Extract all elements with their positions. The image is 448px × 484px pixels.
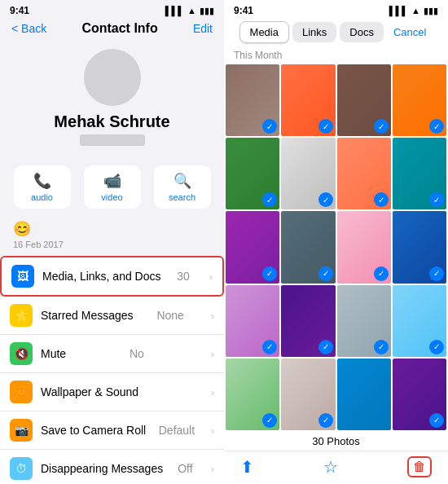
photo-cell[interactable]: ✓ <box>337 64 391 136</box>
left-status-bar: 9:41 ▌▌▌ ▲ ▮▮▮ <box>0 0 224 18</box>
photo-cell[interactable]: ✓ <box>281 211 335 283</box>
check-badge: ✓ <box>262 266 277 281</box>
media-links-docs-item[interactable]: 🖼 Media, Links, and Docs 30 › <box>0 256 224 297</box>
camera-value: Default <box>159 424 195 437</box>
photo-cell[interactable]: ✓ <box>393 285 446 357</box>
camera-icon: 📷 <box>10 419 33 442</box>
video-button[interactable]: 📹 video <box>84 165 141 209</box>
search-label: search <box>169 192 195 202</box>
photo-cell[interactable]: ✓ <box>393 138 446 209</box>
star-button[interactable]: ☆ <box>323 457 338 477</box>
camera-label: Save to Camera Roll <box>41 424 146 437</box>
wallpaper-chevron: › <box>211 386 214 398</box>
check-badge: ✓ <box>374 266 389 281</box>
tab-docs[interactable]: Docs <box>340 22 384 42</box>
check-badge: ✓ <box>318 340 333 354</box>
photo-cell[interactable]: ✓ <box>393 211 446 283</box>
action-buttons: 📞 audio 📹 video 🔍 search <box>0 159 224 215</box>
photo-cell[interactable]: ✓ <box>226 285 279 357</box>
bottom-action-bar: ⬆ ☆ 🗑 <box>224 451 448 484</box>
search-button[interactable]: 🔍 search <box>154 165 211 209</box>
tab-links[interactable]: Links <box>292 22 336 42</box>
tab-bar: Media Links Docs Cancel <box>224 18 448 48</box>
right-panel: 9:41 ▌▌▌ ▲ ▮▮▮ Media Links Docs Cancel T… <box>224 0 448 484</box>
camera-roll-item[interactable]: 📷 Save to Camera Roll Default › <box>0 411 224 450</box>
check-badge: ✓ <box>318 192 333 207</box>
mute-chevron: › <box>211 348 214 360</box>
photo-cell[interactable]: ✓ <box>281 64 335 136</box>
check-badge: ✓ <box>374 340 389 354</box>
check-badge: ✓ <box>318 119 333 134</box>
disappearing-messages-item[interactable]: ⏱ Disappearing Messages Off › <box>0 450 224 484</box>
right-time: 9:41 <box>234 5 253 16</box>
check-badge: ✓ <box>429 413 444 428</box>
check-badge: ✓ <box>318 413 333 428</box>
right-signal-icon: ▌▌▌ <box>389 6 408 15</box>
contact-name: Mehak Schrute <box>54 112 169 131</box>
media-label: Media, Links, and Docs <box>42 270 161 283</box>
starred-messages-item[interactable]: ⭐ Starred Messages None › <box>0 297 224 335</box>
check-badge: ✓ <box>374 119 389 134</box>
wallpaper-icon: 🔆 <box>10 381 33 403</box>
tab-media[interactable]: Media <box>239 21 289 43</box>
photo-cell[interactable] <box>337 359 391 430</box>
right-status-bar: 9:41 ▌▌▌ ▲ ▮▮▮ <box>224 0 448 18</box>
wallpaper-item[interactable]: 🔆 Wallpaper & Sound › <box>0 373 224 411</box>
audio-button[interactable]: 📞 audio <box>14 165 71 209</box>
right-battery-icon: ▮▮▮ <box>424 6 438 16</box>
starred-icon: ⭐ <box>10 304 33 327</box>
check-badge: ✓ <box>429 340 444 354</box>
right-status-icons: ▌▌▌ ▲ ▮▮▮ <box>389 6 438 16</box>
audio-label: audio <box>31 192 53 202</box>
photos-count: 30 Photos <box>224 430 448 451</box>
signal-icon: ▌▌▌ <box>165 6 184 15</box>
starred-label: Starred Messages <box>41 309 134 322</box>
photo-grid: ✓ ✓ ✓ ✓ ✓ ✓ ✓ ✓ ✓ ✓ ✓ ✓ ✓ ✓ ✓ ✓ ✓ ✓ ✓ <box>224 64 448 430</box>
disappearing-value: Off <box>178 462 192 475</box>
check-badge: ✓ <box>318 266 333 281</box>
disappearing-label: Disappearing Messages <box>41 462 163 475</box>
month-label: This Month <box>224 48 448 64</box>
search-icon: 🔍 <box>173 172 191 190</box>
mute-value: No <box>130 347 144 360</box>
emoji-date-section: 😊 16 Feb 2017 <box>0 215 224 253</box>
back-button[interactable]: < Back <box>11 22 46 35</box>
emoji-display: 😊 <box>13 220 211 238</box>
settings-group: 🖼 Media, Links, and Docs 30 › ⭐ Starred … <box>0 256 224 484</box>
right-wifi-icon: ▲ <box>411 6 420 15</box>
video-label: video <box>101 192 122 202</box>
photo-cell[interactable]: ✓ <box>226 359 279 430</box>
nav-bar: < Back Contact Info Edit <box>0 18 224 41</box>
media-value: 30 <box>177 270 190 283</box>
date-display: 16 Feb 2017 <box>13 240 211 249</box>
check-badge: ✓ <box>429 266 444 281</box>
photo-cell[interactable]: ✓ <box>226 64 279 136</box>
photo-cell[interactable]: ✓ <box>281 285 335 357</box>
photo-cell[interactable]: ✓ <box>337 285 391 357</box>
photo-cell[interactable]: ✓ <box>337 138 391 209</box>
photo-cell[interactable]: ✓ <box>393 64 446 136</box>
photo-cell[interactable]: ✓ <box>226 138 279 209</box>
media-icon: 🖼 <box>11 265 34 288</box>
cancel-button[interactable]: Cancel <box>387 22 433 42</box>
contact-subtitle <box>80 134 145 146</box>
photo-cell[interactable]: ✓ <box>226 211 279 283</box>
edit-button[interactable]: Edit <box>193 22 213 35</box>
settings-list: 🖼 Media, Links, and Docs 30 › ⭐ Starred … <box>0 253 224 484</box>
left-panel: 9:41 ▌▌▌ ▲ ▮▮▮ < Back Contact Info Edit … <box>0 0 224 484</box>
media-chevron: › <box>209 271 213 283</box>
avatar <box>84 49 141 106</box>
camera-chevron: › <box>211 425 214 437</box>
share-button[interactable]: ⬆ <box>240 457 254 477</box>
photo-cell[interactable]: ✓ <box>281 138 335 209</box>
delete-button[interactable]: 🗑 <box>407 456 432 477</box>
photo-cell[interactable]: ✓ <box>337 211 391 283</box>
wallpaper-label: Wallpaper & Sound <box>41 385 138 398</box>
left-time: 9:41 <box>10 5 29 16</box>
disappearing-chevron: › <box>211 463 214 475</box>
photo-cell[interactable]: ✓ <box>393 359 446 430</box>
photo-cell[interactable]: ✓ <box>281 359 335 430</box>
mute-item[interactable]: 🔇 Mute No › <box>0 335 224 373</box>
battery-icon: ▮▮▮ <box>200 6 214 16</box>
mute-icon: 🔇 <box>10 342 33 365</box>
